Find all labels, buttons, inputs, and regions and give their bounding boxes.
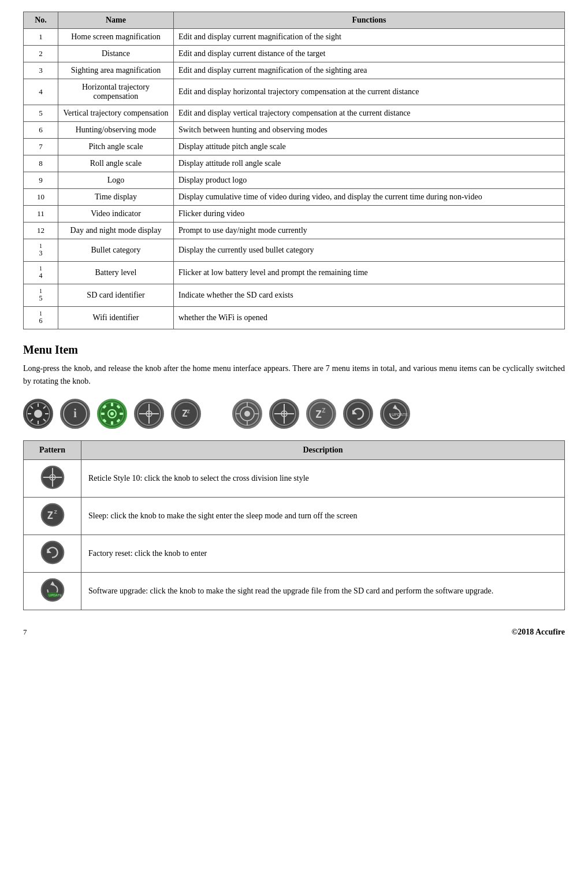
desc-text: Software upgrade: click the knob to make…	[81, 572, 565, 610]
svg-text:z: z	[53, 508, 57, 515]
row-function: Switch between hunting and observing mod…	[174, 122, 565, 139]
icon-crosshair2	[269, 399, 299, 429]
row-function: Edit and display horizontal trajectory c…	[174, 79, 565, 105]
row-number: 11	[24, 206, 58, 222]
row-name: Bullet category	[58, 239, 174, 262]
table-row: 7Pitch angle scaleDisplay attitude pitch…	[24, 139, 565, 155]
col-header-functions: Functions	[174, 12, 565, 29]
svg-rect-16	[111, 421, 113, 425]
icon-settings	[97, 399, 127, 429]
icon-crosshair1	[134, 399, 164, 429]
svg-text:z: z	[187, 408, 190, 414]
col-header-no: No.	[24, 12, 58, 29]
icon-target	[232, 399, 262, 429]
desc-pattern-icon	[24, 459, 81, 497]
row-number: 8	[24, 155, 58, 172]
svg-text:Z: Z	[47, 509, 53, 521]
row-name: Roll angle scale	[58, 155, 174, 172]
row-name: Logo	[58, 172, 174, 189]
row-function: Edit and display current magnification o…	[174, 29, 565, 46]
svg-text:Z: Z	[315, 408, 322, 420]
row-name: Pitch angle scale	[58, 139, 174, 155]
desc-table-row: UPDATESoftware upgrade: click the knob t…	[24, 572, 565, 610]
svg-line-6	[31, 406, 33, 409]
icon-info: i	[60, 399, 90, 429]
svg-line-8	[43, 406, 46, 409]
row-number: 5	[24, 105, 58, 122]
table-row: 9LogoDisplay product logo	[24, 172, 565, 189]
table-row: 15SD card identifierIndicate whether the…	[24, 284, 565, 307]
row-name: Wifi identifier	[58, 307, 174, 329]
desc-col-description: Description	[81, 440, 565, 459]
row-number: 1	[24, 29, 58, 46]
desc-pattern-icon	[24, 535, 81, 572]
desc-col-pattern: Pattern	[24, 440, 81, 459]
row-function: Edit and display current distance of the…	[174, 46, 565, 62]
row-number: 13	[24, 239, 58, 262]
table-row: 11Video indicatorFlicker during video	[24, 206, 565, 222]
table-row: 13Bullet categoryDisplay the currently u…	[24, 239, 565, 262]
icon-reset	[343, 399, 373, 429]
row-function: Edit and display current magnification o…	[174, 62, 565, 79]
svg-marker-47	[393, 405, 397, 409]
desc-text: Factory reset: click the knob to enter	[81, 535, 565, 572]
svg-rect-17	[101, 413, 105, 415]
desc-pattern-icon: Zz	[24, 497, 81, 535]
svg-point-14	[110, 412, 114, 415]
icon-update: UPDATE	[380, 399, 410, 429]
row-function: Edit and display vertical trajectory com…	[174, 105, 565, 122]
row-function: whether the WiFi is opened	[174, 307, 565, 329]
main-features-table: No. Name Functions 1Home screen magnific…	[23, 12, 565, 329]
row-number: 7	[24, 139, 58, 155]
menu-item-description: Long-press the knob, and release the kno…	[23, 362, 565, 388]
table-row: 12Day and night mode displayPrompt to us…	[24, 222, 565, 239]
desc-text: Reticle Style 10: click the knob to sele…	[81, 459, 565, 497]
desc-table-row: Factory reset: click the knob to enter	[24, 535, 565, 572]
table-row: 14Battery levelFlicker at low battery le…	[24, 262, 565, 284]
table-row: 1Home screen magnificationEdit and displ…	[24, 29, 565, 46]
row-number: 14	[24, 262, 58, 284]
row-name: SD card identifier	[58, 284, 174, 307]
description-table: Pattern Description Reticle Style 10: cl…	[23, 440, 565, 610]
row-name: Horizontal trajectory compensation	[58, 79, 174, 105]
row-number: 3	[24, 62, 58, 79]
row-name: Distance	[58, 46, 174, 62]
desc-text: Sleep: click the knob to make the sight …	[81, 497, 565, 535]
row-function: Display attitude roll angle scale	[174, 155, 565, 172]
row-name: Vertical trajectory compensation	[58, 105, 174, 122]
row-number: 10	[24, 189, 58, 206]
svg-point-32	[244, 411, 250, 417]
row-function: Flicker during video	[174, 206, 565, 222]
row-name: Time display	[58, 189, 174, 206]
svg-line-7	[43, 419, 46, 421]
table-row: 2DistanceEdit and display current distan…	[24, 46, 565, 62]
col-header-name: Name	[58, 12, 174, 29]
row-function: Display the currently used bullet catego…	[174, 239, 565, 262]
row-name: Battery level	[58, 262, 174, 284]
copyright: ©2018 Accufire	[512, 628, 565, 637]
svg-text:i: i	[73, 407, 77, 420]
table-row: 6Hunting/observing modeSwitch between hu…	[24, 122, 565, 139]
svg-text:UPDATE: UPDATE	[392, 413, 408, 417]
svg-text:Z: Z	[322, 407, 326, 414]
row-number: 12	[24, 222, 58, 239]
row-function: Display product logo	[174, 172, 565, 189]
icon-sleep2: Z Z	[306, 399, 336, 429]
row-number: 16	[24, 307, 58, 329]
row-name: Day and night mode display	[58, 222, 174, 239]
svg-line-9	[31, 419, 33, 421]
row-name: Home screen magnification	[58, 29, 174, 46]
row-function: Flicker at low battery level and prompt …	[174, 262, 565, 284]
row-function: Display cumulative time of video during …	[174, 189, 565, 206]
svg-text:UPDATE: UPDATE	[49, 593, 62, 596]
row-name: Video indicator	[58, 206, 174, 222]
svg-point-44	[347, 402, 370, 425]
svg-rect-19	[102, 405, 106, 409]
desc-table-row: ZzSleep: click the knob to make the sigh…	[24, 497, 565, 535]
row-function: Display attitude pitch angle scale	[174, 139, 565, 155]
table-row: 16Wifi identifierwhether the WiFi is ope…	[24, 307, 565, 329]
table-row: 5Vertical trajectory compensationEdit an…	[24, 105, 565, 122]
table-row: 8Roll angle scaleDisplay attitude roll a…	[24, 155, 565, 172]
row-number: 6	[24, 122, 58, 139]
row-number: 2	[24, 46, 58, 62]
